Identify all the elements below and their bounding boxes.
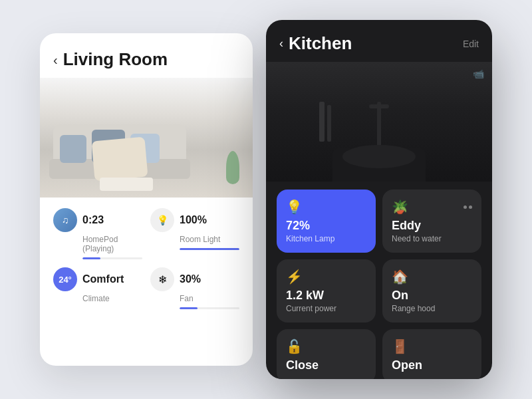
lamp-name: Kitchen Lamp xyxy=(286,234,366,243)
hood-name: Range hood xyxy=(392,304,472,313)
fan-progress xyxy=(180,307,239,309)
kitchen-card: ‹ Kitchen Edit 📹 💡 72% Kitchen Lamp 🪴 xyxy=(266,20,492,379)
device-room-light[interactable]: 💡 100% Room Light xyxy=(150,208,239,259)
hood-icon: 🏠 xyxy=(392,269,408,285)
door-value: Open xyxy=(392,358,472,372)
room-light-progress xyxy=(180,248,239,250)
camera-icon: 📹 xyxy=(473,68,484,79)
homepod-icon: ♫ xyxy=(53,208,77,232)
device-fan[interactable]: ❄ 30% Fan xyxy=(150,267,239,309)
power-name: Current power xyxy=(286,304,366,313)
homepod-name: HomePod (Playing) xyxy=(82,235,142,253)
kitchen-back-button[interactable]: ‹ xyxy=(279,37,283,51)
living-room-header: ‹ Living Room xyxy=(40,33,253,78)
kitchen-devices: 💡 72% Kitchen Lamp 🪴 Eddy Need to water … xyxy=(266,182,492,379)
living-room-title: Living Room xyxy=(63,49,168,70)
lock-icon: 🔓 xyxy=(286,338,303,354)
climate-name: Climate xyxy=(82,294,142,303)
kitchen-image: 📹 xyxy=(266,62,492,182)
fan-icon: ❄ xyxy=(150,267,174,291)
fan-name: Fan xyxy=(180,294,239,303)
device-kitchen-lamp[interactable]: 💡 72% Kitchen Lamp xyxy=(277,190,376,253)
device-eddy-plant[interactable]: 🪴 Eddy Need to water xyxy=(382,190,481,253)
door-icon: 🚪 xyxy=(392,338,408,354)
lock-value: Close xyxy=(286,358,366,372)
homepod-progress xyxy=(82,257,142,259)
climate-icon: 24° xyxy=(53,267,77,291)
homepod-value: 0:23 xyxy=(82,214,104,226)
room-light-value: 100% xyxy=(180,214,207,226)
kitchen-header-left: ‹ Kitchen xyxy=(279,33,352,54)
climate-value: Comfort xyxy=(82,273,124,285)
device-current-power[interactable]: ⚡ 1.2 kW Current power xyxy=(277,259,376,323)
power-value: 1.2 kW xyxy=(286,289,366,303)
water-dots xyxy=(464,205,472,209)
device-range-hood[interactable]: 🏠 On Range hood xyxy=(382,259,481,323)
plant-icon: 🪴 xyxy=(392,199,408,215)
room-light-name: Room Light xyxy=(180,235,239,244)
device-climate[interactable]: 24° Comfort Climate xyxy=(53,267,142,309)
kitchen-title: Kitchen xyxy=(289,33,352,54)
device-door[interactable]: 🚪 Open xyxy=(382,329,481,379)
fan-value: 30% xyxy=(180,273,201,285)
device-homepod[interactable]: ♫ 0:23 HomePod (Playing) xyxy=(53,208,142,259)
device-lock[interactable]: 🔓 Close xyxy=(277,329,376,379)
bulb-icon: 💡 xyxy=(150,208,174,232)
eddy-value: Eddy xyxy=(392,219,472,233)
power-icon: ⚡ xyxy=(286,269,303,285)
living-room-card: ‹ Living Room ♫ 0:23 HomePod (Playing) xyxy=(40,33,253,366)
hood-value: On xyxy=(392,289,472,303)
kitchen-header: ‹ Kitchen Edit xyxy=(266,20,492,62)
eddy-name: Need to water xyxy=(392,234,472,243)
living-room-devices: ♫ 0:23 HomePod (Playing) 💡 100% Room Lig… xyxy=(40,198,253,320)
living-room-back-button[interactable]: ‹ xyxy=(53,53,58,66)
lamp-icon: 💡 xyxy=(286,199,303,215)
living-room-image xyxy=(40,78,253,198)
kitchen-edit-button[interactable]: Edit xyxy=(463,39,479,49)
lamp-value: 72% xyxy=(286,219,366,233)
